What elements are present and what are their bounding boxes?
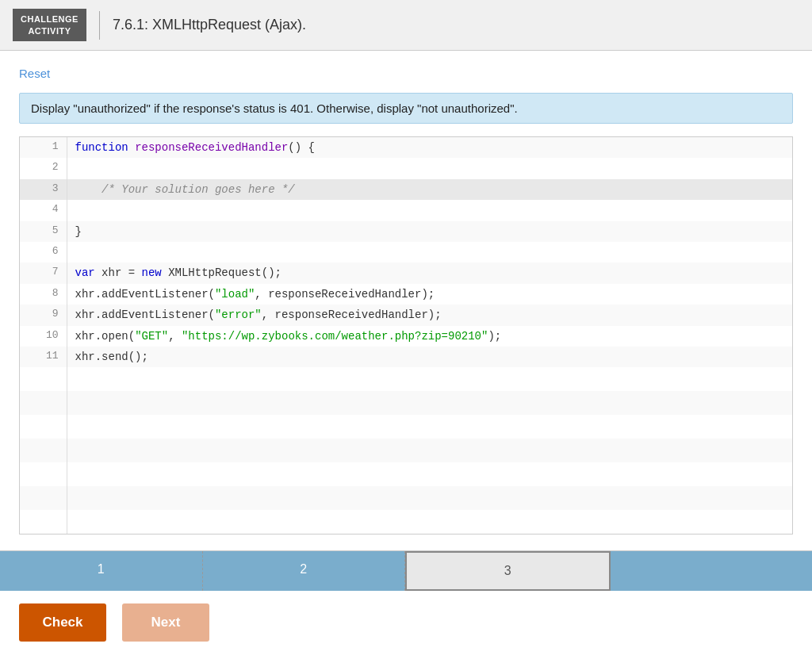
line-code: function responseReceivedHandler() { — [67, 137, 792, 158]
line-code: /* Your solution goes here */ — [67, 179, 792, 200]
table-row: 8 xhr.addEventListener("load", responseR… — [20, 284, 792, 305]
page-segment-2[interactable]: 2 — [203, 551, 406, 591]
challenge-badge: CHALLENGEACTIVITY — [13, 9, 86, 41]
instructions-text: Display "unauthorized" if the response's… — [19, 93, 793, 124]
line-number: 11 — [20, 347, 67, 367]
line-code: xhr.open("GET", "https://wp.zybooks.com/… — [67, 326, 792, 347]
line-number: 1 — [20, 137, 67, 158]
code-editor[interactable]: 1 function responseReceivedHandler() { 2… — [19, 136, 793, 534]
table-row — [20, 510, 792, 534]
line-code: } — [67, 221, 792, 242]
line-code: xhr.send(); — [67, 347, 792, 367]
table-row: 6 — [20, 242, 792, 262]
line-code: xhr.addEventListener("error", responseRe… — [67, 305, 792, 325]
table-row: 7 var xhr = new XMLHttpRequest(); — [20, 262, 792, 283]
table-row: 3 /* Your solution goes here */ — [20, 179, 792, 200]
header-divider — [99, 11, 100, 40]
line-code — [67, 200, 792, 220]
code-table: 1 function responseReceivedHandler() { 2… — [20, 137, 792, 534]
line-code — [67, 158, 792, 178]
line-number: 2 — [20, 158, 67, 178]
table-row: 1 function responseReceivedHandler() { — [20, 137, 792, 158]
pagination-bar: 1 2 3 — [0, 550, 812, 591]
table-row — [20, 367, 792, 391]
line-number: 7 — [20, 262, 67, 283]
line-number: 9 — [20, 305, 67, 325]
next-button[interactable]: Next — [122, 603, 209, 642]
main-content: Reset Display "unauthorized" if the resp… — [0, 51, 812, 550]
table-row — [20, 391, 792, 415]
page-segment-4[interactable] — [611, 551, 813, 591]
page-segment-3[interactable]: 3 — [405, 551, 611, 591]
table-row: 5 } — [20, 221, 792, 242]
line-number: 8 — [20, 284, 67, 305]
table-row: 10 xhr.open("GET", "https://wp.zybooks.c… — [20, 326, 792, 347]
table-row: 4 — [20, 200, 792, 220]
table-row: 2 — [20, 158, 792, 178]
table-row — [20, 462, 792, 486]
line-code — [67, 242, 792, 262]
page-segment-1[interactable]: 1 — [0, 551, 203, 591]
line-code: var xhr = new XMLHttpRequest(); — [67, 262, 792, 283]
line-number: 4 — [20, 200, 67, 220]
table-row — [20, 415, 792, 439]
line-number: 6 — [20, 242, 67, 262]
reset-link[interactable]: Reset — [19, 67, 50, 80]
line-number: 5 — [20, 221, 67, 242]
table-row — [20, 439, 792, 462]
check-button[interactable]: Check — [19, 603, 106, 642]
table-row — [20, 486, 792, 510]
table-row: 9 xhr.addEventListener("error", response… — [20, 305, 792, 325]
table-row: 11 xhr.send(); — [20, 347, 792, 367]
header-title: 7.6.1: XMLHttpRequest (Ajax). — [113, 17, 306, 33]
buttons-row: Check Next — [0, 591, 812, 654]
line-number: 10 — [20, 326, 67, 347]
line-number: 3 — [20, 179, 67, 200]
header: CHALLENGEACTIVITY 7.6.1: XMLHttpRequest … — [0, 0, 812, 51]
line-code: xhr.addEventListener("load", responseRec… — [67, 284, 792, 305]
